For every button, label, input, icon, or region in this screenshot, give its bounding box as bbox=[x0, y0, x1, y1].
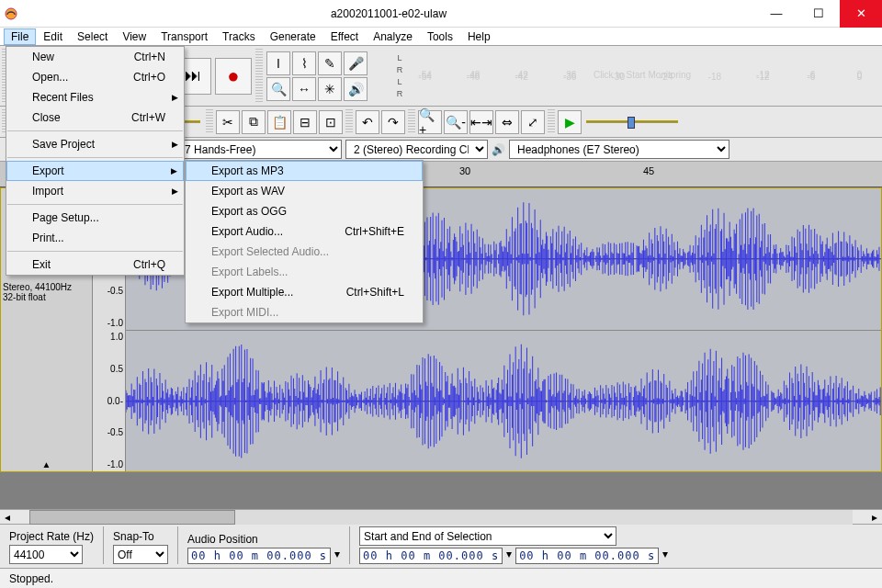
menu-item-save-project[interactable]: Save Project▶ bbox=[6, 134, 184, 154]
menu-help[interactable]: Help bbox=[460, 28, 498, 45]
menu-item-close[interactable]: CloseCtrl+W bbox=[6, 107, 184, 128]
menubar: FileEditSelectViewTransportTracksGenerat… bbox=[0, 28, 882, 46]
close-button[interactable]: ✕ bbox=[840, 0, 882, 28]
zoom-toggle-button[interactable]: ⤢ bbox=[521, 110, 545, 134]
menu-item-export-audio[interactable]: Export Audio...Ctrl+Shift+E bbox=[186, 221, 423, 242]
horizontal-scrollbar[interactable]: ◂ ▸ bbox=[0, 509, 882, 524]
recording-channels-select[interactable]: 2 (Stereo) Recording Chan bbox=[345, 140, 488, 159]
redo-button[interactable]: ↷ bbox=[381, 110, 405, 134]
toolbar-grip[interactable] bbox=[255, 49, 263, 103]
snap-to-label: Snap-To bbox=[113, 530, 168, 543]
undo-button[interactable]: ↶ bbox=[356, 110, 379, 134]
menu-item-print[interactable]: Print... bbox=[6, 228, 184, 248]
mic-icon[interactable]: 🎤 bbox=[344, 51, 368, 75]
menu-item-export-selected-audio: Export Selected Audio... bbox=[186, 242, 423, 262]
record-button[interactable]: ● bbox=[215, 58, 252, 95]
maximize-button[interactable]: ☐ bbox=[797, 0, 840, 28]
menu-item-export[interactable]: Export▶ bbox=[6, 161, 184, 181]
multi-tool[interactable]: ✳ bbox=[318, 77, 342, 101]
menu-item-import[interactable]: Import▶ bbox=[6, 181, 184, 201]
minimize-button[interactable]: — bbox=[755, 0, 797, 28]
export-submenu: Export as MP3Export as WAVExport as OGGE… bbox=[185, 160, 424, 323]
draw-tool[interactable]: ✎ bbox=[318, 51, 342, 75]
play-at-speed-button[interactable]: ▶ bbox=[558, 110, 582, 134]
selection-toolbar: Project Rate (Hz) 44100 Snap-To Off Audi… bbox=[0, 524, 882, 568]
fit-selection-button[interactable]: ⇤⇥ bbox=[469, 110, 493, 134]
window-title: a2002011001-e02-ulaw bbox=[22, 7, 755, 20]
meter-lr-labels: LRLR bbox=[395, 52, 404, 100]
zoom-out-button[interactable]: 🔍- bbox=[444, 110, 468, 134]
menu-item-export-labels: Export Labels... bbox=[186, 262, 423, 282]
status-text: Stopped. bbox=[9, 572, 53, 585]
menu-tools[interactable]: Tools bbox=[420, 28, 460, 45]
tools-grid: I ⌇ ✎ 🎤 🔍 ↔ ✳ 🔊 bbox=[266, 51, 393, 101]
trim-button[interactable]: ⊟ bbox=[293, 110, 317, 134]
envelope-tool[interactable]: ⌇ bbox=[292, 51, 316, 75]
timeshift-tool[interactable]: ↔ bbox=[292, 77, 316, 101]
copy-button[interactable]: ⧉ bbox=[242, 110, 266, 134]
menu-edit[interactable]: Edit bbox=[36, 28, 70, 45]
zoom-tool[interactable]: 🔍 bbox=[266, 77, 290, 101]
menu-file[interactable]: File bbox=[4, 28, 36, 45]
selection-mode-select[interactable]: Start and End of Selection bbox=[359, 526, 616, 546]
menu-tracks[interactable]: Tracks bbox=[215, 28, 263, 45]
meters: -54-48-42-36-12-60Click to Start Monitor… bbox=[404, 74, 882, 78]
toolbar-grip[interactable] bbox=[408, 109, 415, 134]
file-menu: NewCtrl+NOpen...Ctrl+ORecent Files▶Close… bbox=[6, 46, 185, 276]
menu-item-export-multiple[interactable]: Export Multiple...Ctrl+Shift+L bbox=[186, 282, 423, 302]
track-collapse-button[interactable]: ▲ bbox=[3, 459, 90, 469]
menu-effect[interactable]: Effect bbox=[323, 28, 366, 45]
titlebar: a2002011001-e02-ulaw — ☐ ✕ bbox=[0, 0, 882, 28]
menu-item-export-midi: Export MIDI... bbox=[186, 302, 423, 322]
snap-to-select[interactable]: Off bbox=[113, 545, 168, 564]
menu-transport[interactable]: Transport bbox=[153, 28, 215, 45]
vertical-scale: 1.00.50.0--0.5-1.0 bbox=[93, 330, 126, 471]
menu-view[interactable]: View bbox=[115, 28, 153, 45]
playback-speed-slider[interactable] bbox=[586, 113, 678, 131]
menu-item-open[interactable]: Open...Ctrl+O bbox=[6, 67, 184, 87]
waveform-channel-right[interactable] bbox=[126, 331, 881, 472]
menu-item-recent-files[interactable]: Recent Files▶ bbox=[6, 87, 184, 107]
silence-button[interactable]: ⊡ bbox=[319, 110, 343, 134]
toolbar-grip[interactable] bbox=[548, 109, 555, 134]
fit-project-button[interactable]: ⇔ bbox=[495, 110, 519, 134]
status-bar: Stopped. bbox=[0, 568, 882, 588]
toolbar-grip[interactable] bbox=[206, 109, 213, 134]
menu-item-export-as-ogg[interactable]: Export as OGG bbox=[186, 201, 423, 221]
app-icon bbox=[0, 0, 22, 28]
project-rate-label: Project Rate (Hz) bbox=[9, 530, 94, 543]
project-rate-select[interactable]: 44100 bbox=[9, 545, 83, 564]
menu-item-page-setup[interactable]: Page Setup... bbox=[6, 208, 184, 228]
cut-button[interactable]: ✂ bbox=[216, 110, 240, 134]
zoom-in-button[interactable]: 🔍+ bbox=[418, 110, 442, 134]
menu-generate[interactable]: Generate bbox=[263, 28, 323, 45]
track-format-label: 32-bit float bbox=[3, 292, 90, 302]
menu-analyze[interactable]: Analyze bbox=[366, 28, 420, 45]
menu-item-new[interactable]: NewCtrl+N bbox=[6, 47, 184, 67]
toolbar-grip[interactable] bbox=[345, 109, 353, 134]
menu-select[interactable]: Select bbox=[70, 28, 115, 45]
selection-start-field[interactable]: 00 h 00 m 00.000 s bbox=[359, 548, 503, 564]
menu-item-export-as-mp3[interactable]: Export as MP3 bbox=[186, 161, 423, 181]
selection-end-field[interactable]: 00 h 00 m 00.000 s bbox=[515, 548, 659, 564]
audio-position-label: Audio Position bbox=[187, 533, 340, 546]
playback-device-select[interactable]: Headphones (E7 Stereo) bbox=[509, 140, 729, 159]
speaker-icon[interactable]: 🔊 bbox=[344, 77, 368, 101]
audio-position-field[interactable]: 00 h 00 m 00.000 s bbox=[187, 548, 331, 564]
menu-item-export-as-wav[interactable]: Export as WAV bbox=[186, 181, 423, 201]
menu-item-exit[interactable]: ExitCtrl+Q bbox=[6, 254, 184, 275]
paste-button[interactable]: 📋 bbox=[267, 110, 291, 134]
track-format-label: Stereo, 44100Hz bbox=[3, 282, 90, 292]
selection-tool[interactable]: I bbox=[266, 51, 290, 75]
speaker-icon: 🔊 bbox=[492, 143, 505, 156]
